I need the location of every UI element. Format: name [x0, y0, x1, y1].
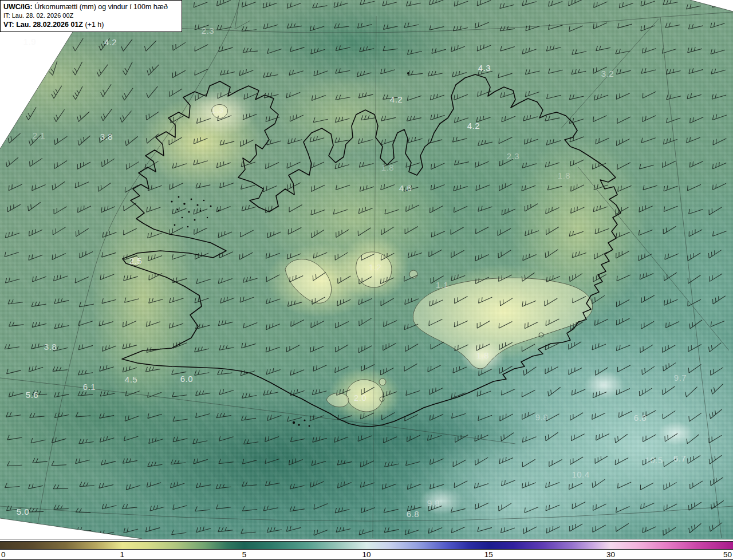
colorbar-tick-label: 10 — [362, 550, 371, 559]
glacier-vatnajokull — [413, 278, 592, 369]
colorbar-tick-label: 50 — [723, 550, 732, 559]
glacier-snaefellsjokull — [131, 257, 140, 266]
init-time: IT: Lau. 28. 02. 2026 00Z — [3, 11, 179, 19]
glacier-drangajokull — [212, 105, 228, 119]
title-box: UWC/IG: Úrkomumætti (mm) og vindur í 100… — [0, 0, 182, 32]
precipitation-wind-map: 1.94.22.34.33.24.24.21.32.13.82.31.81.84… — [0, 0, 733, 539]
model-name: UWC/IG: — [3, 3, 33, 11]
glacier-myrdalsjokull — [346, 380, 383, 412]
colorbar-tick-label: 30 — [606, 550, 615, 559]
weather-chart-frame: 1.94.22.34.33.24.24.21.32.13.82.31.81.84… — [0, 0, 733, 560]
map-overlay-svg — [0, 0, 733, 539]
colorbar-tick-label: 5 — [242, 550, 247, 559]
colorbar: 01510153050 — [0, 539, 733, 560]
valid-time-main: VT: Lau. 28.02.2026 01Z — [3, 21, 83, 29]
colorbar-tick-label: 0 — [1, 550, 6, 559]
iceland-coastline — [122, 74, 621, 427]
product-description: Úrkomumætti (mm) og vindur í 100m hæð — [33, 3, 168, 11]
valid-time: VT: Lau. 28.02.2026 01Z (+1 h) — [3, 20, 179, 29]
colorbar-tick-label: 1 — [120, 550, 125, 559]
colorbar-tick-labels: 01510153050 — [0, 550, 733, 560]
product-title: UWC/IG: Úrkomumætti (mm) og vindur í 100… — [3, 2, 179, 11]
valid-time-offset: (+1 h) — [83, 21, 104, 29]
colorbar-tick-label: 15 — [484, 550, 493, 559]
glacier-torfajokull — [379, 378, 386, 385]
colorbar-gradient — [0, 541, 733, 550]
